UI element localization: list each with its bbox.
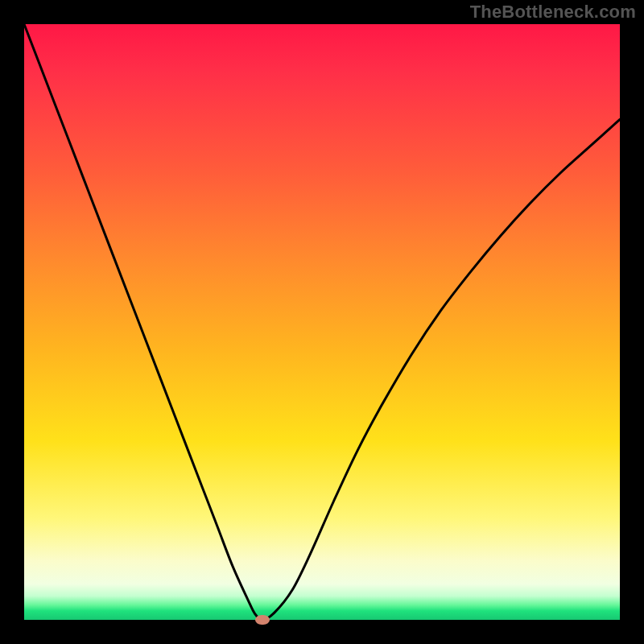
- plot-area: [24, 24, 620, 620]
- chart-frame: TheBottleneck.com: [0, 0, 644, 644]
- optimal-point-marker: [255, 615, 270, 625]
- bottleneck-curve: [24, 24, 620, 620]
- watermark-text: TheBottleneck.com: [470, 2, 636, 23]
